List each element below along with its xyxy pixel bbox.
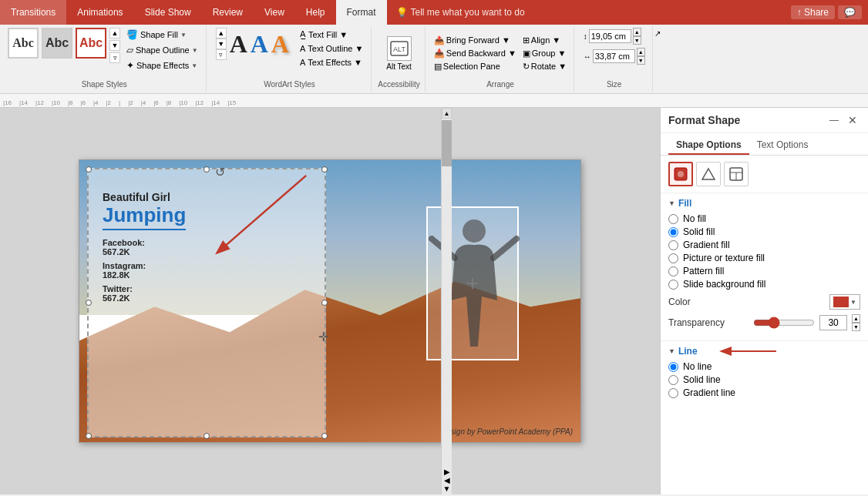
handle-mr[interactable]	[321, 300, 328, 306]
gradient-line-radio[interactable]	[668, 388, 678, 398]
style-scroll-up[interactable]: ▲	[109, 28, 120, 39]
color-swatch	[833, 297, 849, 307]
scroll-thumb[interactable]	[442, 120, 452, 166]
handle-bm[interactable]	[204, 433, 210, 439]
handle-br[interactable]	[321, 433, 328, 439]
rotate-button[interactable]: ↻ Rotate ▼	[520, 61, 569, 72]
expand-icon: ↗	[654, 29, 661, 38]
no-line-radio[interactable]	[668, 362, 678, 372]
tab-transitions[interactable]: Transitions	[0, 0, 66, 25]
size-w-stepper: ▲ ▼	[637, 48, 645, 65]
scroll-right-icon[interactable]: ▶	[444, 468, 450, 476]
tab-text-options[interactable]: Text Options	[749, 136, 816, 155]
scroll-up-btn[interactable]: ▲	[442, 108, 452, 119]
scroll-down2-icon[interactable]: ▼	[443, 484, 451, 493]
wordart-scroll-up[interactable]: ▲	[216, 28, 227, 39]
handle-ml[interactable]	[86, 300, 92, 306]
accessibility-label: Accessibility	[378, 79, 419, 90]
svg-point-2	[463, 220, 486, 243]
wordart-a-black[interactable]: A	[230, 30, 247, 59]
panel-close-button[interactable]: ✕	[845, 112, 860, 128]
comments-button[interactable]: 💬	[838, 5, 862, 19]
solid-fill-radio[interactable]	[668, 227, 678, 237]
panel-icon-buttons	[661, 156, 868, 193]
layout-icon-btn[interactable]	[724, 162, 749, 186]
wordart-scroll-expand[interactable]: ▿	[216, 49, 227, 60]
shape-style-abc1[interactable]: Abc	[8, 28, 39, 59]
stat-facebook: Facebook: 567.2K	[103, 238, 186, 256]
alt-text-button[interactable]: ALT Alt Text	[382, 33, 416, 74]
wordart-text-buttons: A̲ Text Fill ▼ A Text Outline ▼ A Text E…	[297, 28, 366, 69]
text-outline-button[interactable]: A Text Outline ▼	[297, 42, 366, 55]
wordart-a-blue[interactable]: A	[251, 30, 268, 59]
shape-effects-button[interactable]: ✦ Shape Effects ▼	[123, 59, 201, 72]
rotate-handle[interactable]: ↺	[215, 165, 225, 179]
share-button[interactable]: ↑ Share	[791, 5, 835, 19]
fill-line-icon-btn[interactable]	[668, 162, 693, 186]
handle-tr[interactable]	[321, 166, 328, 173]
shape-outline-button[interactable]: ▱ Shape Outline ▼	[123, 43, 201, 57]
slide-area[interactable]: Beautiful Girl Jumping Facebook: 567.2K …	[0, 108, 660, 494]
solid-line-radio[interactable]	[668, 375, 678, 385]
handle-tl[interactable]	[86, 166, 92, 173]
text-effects-button[interactable]: A Text Effects ▼	[297, 56, 366, 69]
color-picker-button[interactable]: ▼	[829, 294, 860, 310]
size-h-down[interactable]: ▼	[633, 36, 641, 45]
tell-me-bar[interactable]: 💡 Tell me what you want to do	[387, 0, 534, 25]
tab-review[interactable]: Review	[202, 0, 254, 25]
align-button[interactable]: ⊞ Align ▼	[520, 35, 569, 46]
slide-bg-fill-radio[interactable]	[668, 280, 678, 290]
transparency-stepper: ▲ ▼	[852, 314, 860, 331]
panel-title: Format Shape	[668, 114, 740, 126]
size-w-input[interactable]	[593, 49, 635, 63]
tab-view[interactable]: View	[254, 0, 295, 25]
style-scroll-expand[interactable]: ▿	[109, 52, 120, 63]
shape-style-abc2[interactable]: Abc	[42, 28, 72, 59]
shape-fill-button[interactable]: 🪣 Shape Fill ▼	[123, 28, 201, 42]
size-h-up[interactable]: ▲	[633, 28, 641, 36]
group-button[interactable]: ▣ Group ▼	[520, 48, 569, 59]
gradient-fill-radio[interactable]	[668, 240, 678, 250]
tab-shape-options[interactable]: Shape Options	[668, 136, 749, 155]
slide-title: Beautiful Girl	[103, 191, 186, 203]
transparency-slider[interactable]	[753, 317, 815, 329]
tab-help[interactable]: Help	[295, 0, 336, 25]
fill-section-header[interactable]: ▼ Fill	[668, 198, 860, 209]
pattern-fill-radio[interactable]	[668, 266, 678, 276]
scroll-left-icon[interactable]: ◀	[444, 476, 450, 484]
ribbon-expand-btn[interactable]: ↗	[654, 26, 661, 92]
tab-slideshow[interactable]: Slide Show	[134, 0, 202, 25]
wordart-a-orange[interactable]: A	[271, 30, 289, 59]
tab-animations[interactable]: Animations	[66, 0, 133, 25]
size-w-up[interactable]: ▲	[637, 48, 645, 56]
panel-minimize-button[interactable]: —	[826, 113, 842, 127]
no-fill-radio[interactable]	[668, 214, 678, 224]
transparency-input[interactable]	[819, 315, 847, 330]
ribbon-tabs: Transitions Animations Slide Show Review…	[0, 0, 868, 25]
handle-tm[interactable]	[204, 166, 210, 173]
tab-format[interactable]: Format	[336, 0, 387, 25]
shape-style-abc3[interactable]: Abc	[76, 28, 106, 59]
line-section-header[interactable]: ▼ Line	[668, 346, 860, 357]
size-w-row: ↔ ▲ ▼	[584, 48, 645, 65]
style-scroll-down[interactable]: ▼	[109, 40, 120, 51]
size-w-down[interactable]: ▼	[637, 56, 645, 65]
selection-pane-button[interactable]: ▤ Selection Pane	[432, 61, 519, 72]
text-fill-button[interactable]: A̲ Text Fill ▼	[297, 28, 366, 41]
bring-forward-button[interactable]: 📤 Bring Forward ▼	[432, 35, 519, 46]
handle-bl[interactable]	[86, 433, 92, 439]
picture-fill-radio[interactable]	[668, 253, 678, 263]
send-backward-button[interactable]: 📥 Send Backward ▼	[432, 48, 519, 59]
slide-canvas[interactable]: Beautiful Girl Jumping Facebook: 567.2K …	[79, 159, 581, 443]
slide-person-image[interactable]: +	[426, 206, 519, 360]
size-h-input[interactable]	[589, 29, 631, 43]
shape-icon-btn[interactable]	[696, 162, 721, 186]
solid-line-option: Solid line	[668, 374, 860, 385]
vertical-scrollbar[interactable]: ▲ ▶ ◀ ▼	[441, 108, 452, 494]
wordart-scroll-down[interactable]: ▼	[216, 39, 227, 49]
transparency-down[interactable]: ▼	[852, 323, 860, 331]
send-backward-icon: 📥	[434, 49, 445, 59]
panel-annotation	[661, 405, 868, 421]
group-icon: ▣	[523, 49, 530, 59]
transparency-up[interactable]: ▲	[852, 314, 860, 323]
